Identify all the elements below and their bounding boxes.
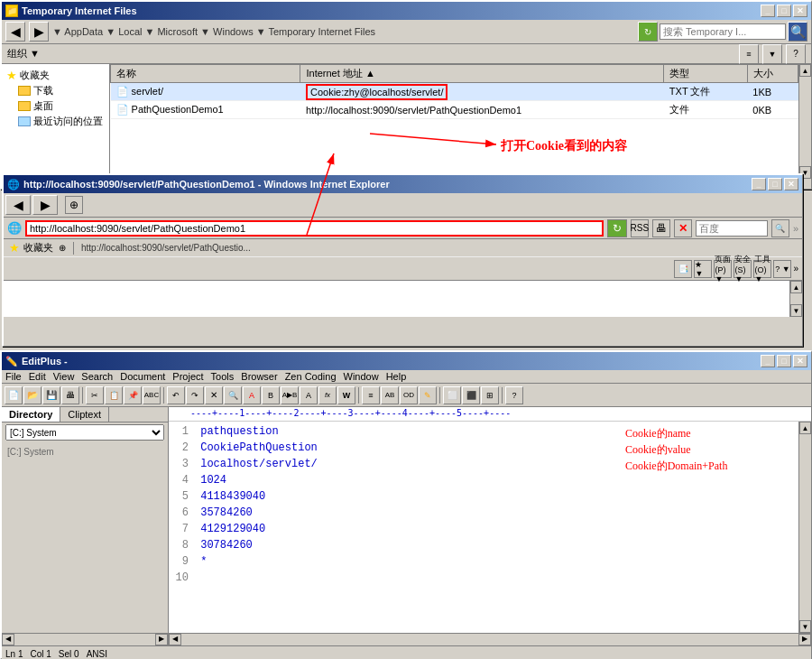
ep-html1-btn[interactable]: ⬜ [443,386,461,404]
col-type[interactable]: 类型 [664,65,747,83]
ie-rss-btn[interactable]: RSS [631,219,649,237]
col-name[interactable]: 名称 [111,65,300,83]
ep-abc-btn[interactable]: ABC [143,386,161,404]
ep-cut-btn[interactable]: ✂ [86,386,104,404]
sidebar-recent[interactable]: 最近访问的位置 [5,114,106,129]
ep-menu-zen[interactable]: Zen Coding [285,371,337,382]
ep-close-btn[interactable]: ✕ [793,355,807,367]
ie-baidu-btn[interactable]: 🔍 [771,219,789,237]
ep-new-btn[interactable]: 📄 [5,386,23,404]
ep-undo-btn[interactable]: ↶ [167,386,185,404]
ep-A2-btn[interactable]: A [300,386,318,404]
ep-open-btn[interactable]: 📂 [23,386,42,404]
ie-favorites2-btn[interactable]: ★ ▼ [694,260,712,278]
view-details-btn[interactable]: ≡ [739,44,759,64]
ie-scroll-down[interactable]: ▼ [790,304,802,317]
ep-col-btn[interactable]: OD [400,386,418,404]
ep-scroll-right[interactable]: ▶ [798,634,811,645]
ep-menu-browser[interactable]: Browser [241,371,277,382]
back-btn[interactable]: ◀ [5,22,25,42]
minimize-btn[interactable]: _ [761,5,775,17]
search-input[interactable] [660,23,786,40]
ep-find-btn[interactable]: 🔍 [224,386,242,404]
ep-indent-btn[interactable]: ≡ [362,386,380,404]
scroll-up-btn[interactable]: ▲ [799,64,811,77]
help-btn[interactable]: ? [786,44,806,64]
ep-html2-btn[interactable]: ⬛ [462,386,480,404]
ep-tree-item[interactable]: [C:] System [5,446,164,458]
ep-tab-directory[interactable]: Directory [2,407,60,422]
ep-fx-btn[interactable]: fx [318,386,337,404]
main-window-buttons[interactable]: _ □ ✕ [761,5,807,17]
ep-v-scrollbar[interactable]: ▲ ▼ [798,422,811,633]
col-url[interactable]: Internet 地址 ▲ [300,65,664,83]
maximize-btn[interactable]: □ [777,5,791,17]
ep-menu-window[interactable]: Window [344,371,379,382]
ep-menu-help[interactable]: Help [386,371,407,382]
ep-maximize-btn[interactable]: □ [777,355,791,367]
ep-menu-view[interactable]: View [53,371,75,382]
ep-print-btn[interactable]: 🖶 [61,386,79,404]
ie-forward-btn[interactable]: ▶ [32,195,58,215]
ie-address-input[interactable] [25,220,604,237]
ie-title-buttons[interactable]: _ □ ✕ [752,178,798,190]
ie-safety-btn[interactable]: 安全(S) ▼ [734,260,752,278]
ie-page-btn[interactable]: 页面(P) ▼ [714,260,732,278]
ep-b-btn[interactable]: B [262,386,280,404]
ep-title-buttons[interactable]: _ □ ✕ [761,355,807,367]
ep-h-scrollbar[interactable]: ◀ ▶ [2,633,168,645]
ep-code-area[interactable]: 1 pathquestion 2 CookiePathQuestion 3 lo… [169,422,618,633]
col-size[interactable]: 大小 [747,65,798,83]
ep-drive-select[interactable]: [C:] System [5,424,164,441]
ie-add-favorites-icon[interactable]: ⊕ [59,243,66,253]
ep-scroll-up[interactable]: ▲ [799,422,811,434]
forward-btn[interactable]: ▶ [29,22,49,42]
scroll-right-btn[interactable]: ▶ [155,634,168,645]
ep-menu-project[interactable]: Project [172,371,203,382]
view-toggle-btn[interactable]: ▼ [762,44,782,64]
ep-copy-btn[interactable]: 📋 [105,386,123,404]
ie-back-btn[interactable]: ◀ [5,195,31,215]
table-row[interactable]: 📄 servlet/ Cookie:zhy@localhost/servlet/… [111,83,798,101]
main-scrollbar[interactable]: ▲ ▼ [798,64,811,179]
ep-redo-btn[interactable]: ↷ [186,386,204,404]
organize-btn[interactable]: 组织 ▼ [7,47,40,60]
search-btn[interactable]: 🔍 [788,22,807,42]
table-row[interactable]: 📄 PathQuestionDemo1 http://localhost:909… [111,101,798,119]
ie-tools2-btn[interactable]: 📑 [674,260,692,278]
ie-search-input[interactable] [696,220,768,237]
ie-scrollbar[interactable]: ▲ ▼ [789,281,802,317]
ep-scroll-down[interactable]: ▼ [799,620,811,633]
ie-favorites-label[interactable]: 收藏夹 [23,241,53,255]
ep-help3-btn[interactable]: ? [505,386,523,404]
sidebar-favorites[interactable]: ★ 收藏夹 [5,68,106,83]
ie-help2-btn[interactable]: ? ▼ [773,260,791,278]
sidebar-downloads[interactable]: 下载 [5,83,106,98]
ep-delete-btn[interactable]: ✕ [205,386,223,404]
ep-menu-file[interactable]: File [5,371,22,382]
close-btn[interactable]: ✕ [793,5,807,17]
ie-maximize-btn[interactable]: □ [768,178,782,190]
ep-minimize-btn[interactable]: _ [761,355,775,367]
ep-A-btn[interactable]: A [243,386,261,404]
ep-menu-search[interactable]: Search [81,371,113,382]
ep-ab-btn[interactable]: AB [381,386,399,404]
ep-scroll-left[interactable]: ◀ [169,634,181,645]
ie-refresh-btn[interactable]: ↻ [607,219,627,237]
ie-tab-url[interactable]: http://localhost:9090/servlet/PathQuesti… [81,243,251,253]
ep-w-btn[interactable]: W [337,386,355,404]
ep-replace-btn[interactable]: A▶B [281,386,299,404]
ie-minimize-btn[interactable]: _ [752,178,766,190]
ie-print-btn[interactable]: 🖶 [652,219,670,237]
ep-tab-cliptext[interactable]: Cliptext [60,407,109,422]
ep-h-scrollbar-editor[interactable]: ◀ ▶ [169,633,811,645]
refresh-btn[interactable]: ↻ [638,22,658,42]
ie-close-btn[interactable]: ✕ [784,178,798,190]
ie-tools-btn[interactable]: 工具(O) ▼ [753,260,771,278]
ep-save-btn[interactable]: 💾 [42,386,60,404]
ep-html3-btn[interactable]: ⊞ [481,386,499,404]
ep-menu-tools[interactable]: Tools [211,371,235,382]
sidebar-desktop[interactable]: 桌面 [5,98,106,114]
ep-menu-document[interactable]: Document [120,371,165,382]
ep-highlight-btn[interactable]: ✎ [419,386,437,404]
